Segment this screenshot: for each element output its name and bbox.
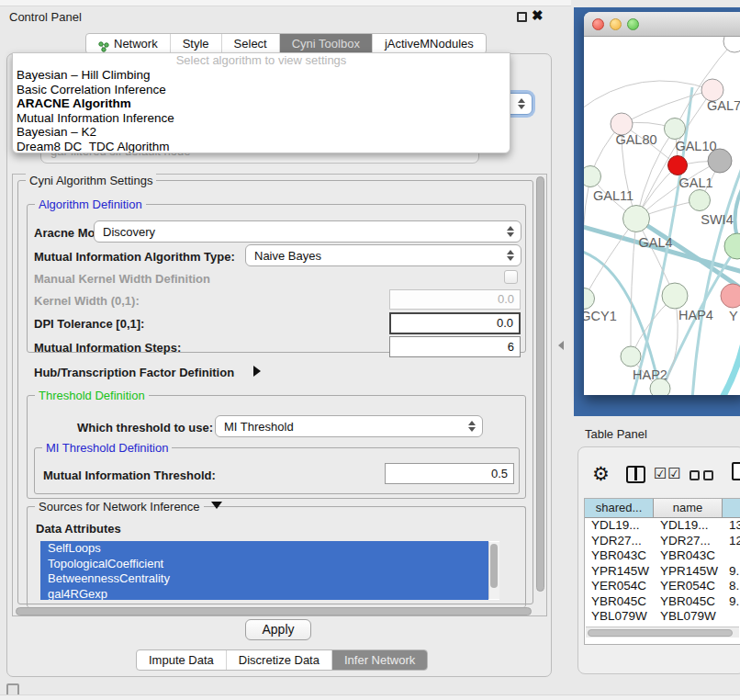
table-row[interactable]: YER054CYER054C8. <box>585 579 740 594</box>
table-row[interactable]: YDL19...YDL19...13 <box>585 518 740 534</box>
algorithm-option[interactable]: ARACNE Algorithm <box>13 96 510 111</box>
network-node-gal4[interactable] <box>623 206 650 232</box>
minimize-traffic-light[interactable] <box>610 18 622 30</box>
table-cell: YER054C <box>654 579 723 594</box>
tab-discretize-data[interactable]: Discretize Data <box>226 650 331 670</box>
table-row[interactable]: YBR043CYBR043C <box>585 548 740 564</box>
combobox-stepper-icon <box>518 98 526 109</box>
table-row[interactable]: YDR27...YDR27...12 <box>585 534 740 549</box>
table-row[interactable]: YLR345WYLR345W9. <box>585 625 740 627</box>
mi-threshold-field[interactable]: 0.5 <box>385 463 514 484</box>
horizontal-scrollbar[interactable] <box>16 607 532 615</box>
node-label: GAL10 <box>675 139 716 153</box>
window-top-edge <box>0 0 571 6</box>
deselect-all-icon[interactable] <box>690 470 700 480</box>
algorithm-option[interactable]: Dream8 DC_TDC Algorithm <box>13 140 510 153</box>
table-cell: YBL079W <box>654 609 723 625</box>
close-icon[interactable]: ✖ <box>532 7 544 24</box>
network-edge[interactable] <box>584 176 590 299</box>
algorithm-option[interactable]: Mutual Information Inference <box>13 111 510 126</box>
network-edge[interactable] <box>720 329 740 395</box>
table-row[interactable]: YBL079WYBL079W <box>585 609 740 625</box>
table-row[interactable]: YBR045CYBR045C9. <box>585 594 740 610</box>
column-header[interactable]: shared... <box>585 499 654 518</box>
attribute-item[interactable]: BetweennessCentrality <box>40 571 488 587</box>
table-cell: YBL079W <box>585 609 654 625</box>
table-cell: 8. <box>723 579 740 594</box>
column-header[interactable]: name <box>654 499 723 518</box>
select-all-icon[interactable]: ☑☑ <box>654 465 682 482</box>
group-title: Algorithm Definition <box>35 198 146 211</box>
which-threshold-label: Which threshold to use: <box>77 421 213 435</box>
network-node-y[interactable] <box>721 284 740 308</box>
table-cell: YDR27... <box>585 534 654 549</box>
table-cell: YBR043C <box>654 548 723 564</box>
mi-type-label: Mutual Information Algorithm Type: <box>34 250 235 264</box>
algorithm-option[interactable]: Bayesian – K2 <box>13 125 510 140</box>
network-node[interactable] <box>708 149 732 173</box>
apply-button[interactable]: Apply <box>245 619 311 640</box>
network-node-gal11[interactable] <box>584 166 601 187</box>
network-edge[interactable] <box>622 90 712 124</box>
deselect-all-icon-2[interactable] <box>703 470 713 480</box>
mi-type-combobox[interactable]: Naive Bayes <box>245 244 521 266</box>
network-node-gal10[interactable] <box>665 119 686 140</box>
table-cell: 12 <box>723 534 740 549</box>
network-node-gal1[interactable] <box>668 156 688 175</box>
table-row[interactable]: YPR145WYPR145W9. <box>585 564 740 580</box>
close-traffic-light[interactable] <box>592 18 604 30</box>
document-icon[interactable] <box>732 462 740 480</box>
network-node-hap2[interactable] <box>621 346 641 367</box>
attribute-item[interactable]: gal4RGexp <box>40 587 488 601</box>
table-cell: YPR145W <box>654 564 723 580</box>
node-label: GAL4 <box>638 235 672 250</box>
network-window[interactable]: GAL7GAL80GAL10GAL1GAL11SWI4GAL4GCY1HAP4Y… <box>584 12 740 395</box>
manual-kernel-checkbox[interactable] <box>504 270 518 284</box>
data-attributes-label: Data Attributes <box>36 522 121 536</box>
which-threshold-combobox[interactable]: MI Threshold <box>215 415 483 437</box>
aracne-mode-combobox[interactable]: Discovery <box>94 220 521 243</box>
network-node-hap4[interactable] <box>662 283 688 309</box>
float-window-icon[interactable] <box>517 12 527 22</box>
tab-infer-network[interactable]: Infer Network <box>331 650 427 670</box>
node-label: GCY1 <box>584 309 617 323</box>
network-node[interactable] <box>650 378 670 395</box>
node-label: SWI4 <box>701 212 733 227</box>
gear-icon[interactable]: ⚙ <box>592 463 610 485</box>
zoom-traffic-light[interactable] <box>627 18 639 30</box>
data-attributes-list[interactable]: SelfLoopsTopologicalCoefficientBetweenne… <box>40 541 499 600</box>
tab-jactivemnodules[interactable]: jActiveMNodules <box>372 34 486 53</box>
network-canvas[interactable]: GAL7GAL80GAL10GAL1GAL11SWI4GAL4GCY1HAP4Y… <box>584 37 740 395</box>
tab-network[interactable]: Network <box>86 34 170 53</box>
hub-definition-label[interactable]: Hub/Transcription Factor Definition <box>34 366 234 379</box>
table-cell: YBR045C <box>585 594 654 610</box>
table-hscrollbar-thumb[interactable] <box>588 629 733 637</box>
group-title[interactable]: Sources for Network Inference <box>35 500 204 514</box>
node-label: HAP4 <box>678 308 713 322</box>
attribute-item[interactable]: TopologicalCoefficient <box>40 557 488 572</box>
tab-cyni-toolbox[interactable]: Cyni Toolbox <box>279 34 372 53</box>
table-header-row: shared...nameA <box>585 499 740 518</box>
column-layout-icon[interactable] <box>626 466 645 483</box>
network-node-gcy1[interactable] <box>584 288 595 310</box>
list-scrollbar-thumb[interactable] <box>490 544 498 588</box>
network-node[interactable] <box>724 233 740 259</box>
expander-arrow-icon[interactable] <box>253 366 261 377</box>
tab-style[interactable]: Style <box>170 34 221 53</box>
table-cell: YBR045C <box>654 594 723 610</box>
column-header[interactable]: A <box>723 499 740 518</box>
tab-impute-data[interactable]: Impute Data <box>137 650 226 670</box>
mi-steps-field[interactable]: 6 <box>389 336 521 357</box>
vertical-scrollbar[interactable] <box>536 176 544 592</box>
dpi-tolerance-field[interactable]: 0.0 <box>389 312 521 334</box>
network-window-titlebar[interactable] <box>584 12 740 37</box>
tab-select[interactable]: Select <box>221 34 279 53</box>
table-cell: YDL19... <box>654 518 723 534</box>
attribute-item[interactable]: SelfLoops <box>40 541 488 557</box>
collapse-arrow-icon[interactable] <box>211 502 222 509</box>
algorithm-option[interactable]: Bayesian – Hill Climbing <box>13 68 510 83</box>
network-node-swi4[interactable] <box>690 190 711 211</box>
panel-divider-handle[interactable] <box>558 341 564 350</box>
mi-steps-label: Mutual Information Steps: <box>34 341 181 355</box>
algorithm-option[interactable]: Basic Correlation Inference <box>13 83 510 97</box>
